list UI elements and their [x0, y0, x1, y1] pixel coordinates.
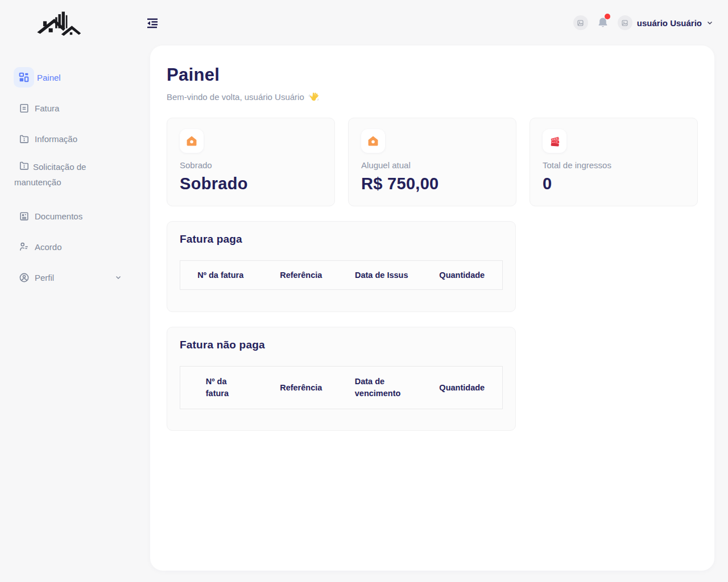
image-placeholder-icon	[577, 20, 584, 26]
notification-dot	[605, 14, 610, 19]
column-header: Quantidade	[437, 267, 487, 283]
sidebar-item-painel[interactable]: Painel	[0, 67, 150, 88]
stat-card-label: Aluguel atual	[361, 160, 503, 170]
notifications-button[interactable]	[597, 16, 609, 30]
column-header: Nº da fatura	[195, 267, 246, 283]
sidebar-item-label: Perfil	[35, 273, 54, 282]
sidebar-item-label: Solicitação de manutenção	[14, 159, 133, 190]
stat-card-value: 0	[543, 174, 685, 193]
image-placeholder-icon	[622, 20, 628, 26]
unpaid-invoices-panel: Fatura não paga Nº da fatura Referência …	[167, 327, 516, 431]
sidebar-item-solicitacao-manutencao[interactable]: Solicitação de manutenção	[0, 159, 150, 196]
sidebar-item-perfil[interactable]: Perfil	[0, 267, 150, 288]
dashboard-icon	[18, 71, 30, 84]
sidebar-item-label: Documentos	[35, 211, 82, 221]
stat-card-sobrado: Sobrado Sobrado	[167, 118, 335, 206]
stat-card-label: Total de ingressos	[543, 160, 685, 170]
stat-card-icon-box	[180, 129, 204, 153]
column-header: Referência	[278, 267, 324, 283]
sidebar-collapse-button[interactable]	[143, 15, 162, 31]
sidebar: Painel Fatura Informação S	[0, 45, 150, 298]
sidebar-item-label: Painel	[37, 73, 61, 82]
stat-card-icon-box	[543, 129, 566, 153]
column-header: Referência	[278, 380, 324, 396]
invoice-icon	[19, 103, 30, 114]
column-header: Data de Issus	[353, 267, 411, 283]
stat-card-value: Sobrado	[180, 174, 322, 193]
indent-decrease-icon	[145, 16, 160, 30]
welcome-text: Bem-vindo de volta, usuário Usuário	[167, 92, 304, 102]
user-avatar	[618, 15, 632, 30]
stat-card-label: Sobrado	[180, 160, 322, 170]
stat-card-aluguel: Aluguel atual R$ 750,00	[348, 118, 516, 206]
tickets-icon	[548, 135, 561, 148]
sidebar-item-label: Informação	[35, 134, 77, 144]
user-circle-icon	[19, 272, 30, 283]
page-title: Painel	[167, 65, 698, 85]
sidebar-item-acordo[interactable]: Acordo	[0, 236, 150, 257]
user-list-icon	[19, 242, 30, 252]
user-menu[interactable]: usuário Usuário	[618, 15, 713, 30]
unpaid-invoices-title: Fatura não paga	[180, 339, 503, 351]
stat-card-ingressos: Total de ingressos 0	[530, 118, 698, 206]
user-name: usuário Usuário	[637, 18, 702, 28]
unpaid-invoices-header-row: Nº da fatura Referência Data de vencimen…	[180, 366, 503, 409]
stat-card-icon-box	[361, 129, 385, 153]
sidebar-item-informacao[interactable]: Informação	[0, 128, 150, 149]
sidebar-item-documentos[interactable]: Documentos	[0, 206, 150, 226]
secondary-avatar[interactable]	[573, 15, 588, 30]
folder-info-icon	[19, 160, 30, 171]
main-content: Painel Bem-vindo de volta, usuário Usuár…	[150, 45, 714, 571]
sidebar-item-label: Fatura	[35, 103, 59, 113]
documents-icon	[19, 211, 30, 222]
paid-invoices-title: Fatura paga	[180, 233, 503, 246]
welcome-message: Bem-vindo de volta, usuário Usuário	[167, 92, 698, 102]
column-header: Nº da fatura	[204, 372, 238, 403]
app-logo[interactable]	[34, 7, 82, 39]
house-buildings-logo-icon	[34, 7, 82, 39]
stat-cards: Sobrado Sobrado Aluguel atual R$ 750,00	[167, 118, 698, 206]
chevron-down-icon	[706, 19, 713, 26]
topbar-right-group: usuário Usuário	[573, 15, 713, 30]
chevron-down-icon	[115, 274, 122, 281]
paid-invoices-header-row: Nº da fatura Referência Data de Issus Qu…	[180, 260, 503, 290]
house-icon	[185, 135, 198, 147]
sidebar-item-label: Acordo	[35, 242, 62, 252]
column-header: Data de vencimento	[353, 372, 411, 403]
dashboard-icon-tile	[14, 67, 34, 88]
paid-invoices-panel: Fatura paga Nº da fatura Referência Data…	[167, 221, 516, 312]
waving-hand-icon	[308, 92, 319, 102]
sidebar-item-fatura[interactable]: Fatura	[0, 98, 150, 118]
house-icon	[367, 135, 379, 147]
folder-info-icon	[19, 134, 30, 144]
topbar: usuário Usuário	[0, 0, 728, 45]
column-header: Quantidade	[437, 380, 487, 396]
stat-card-value: R$ 750,00	[361, 174, 503, 193]
